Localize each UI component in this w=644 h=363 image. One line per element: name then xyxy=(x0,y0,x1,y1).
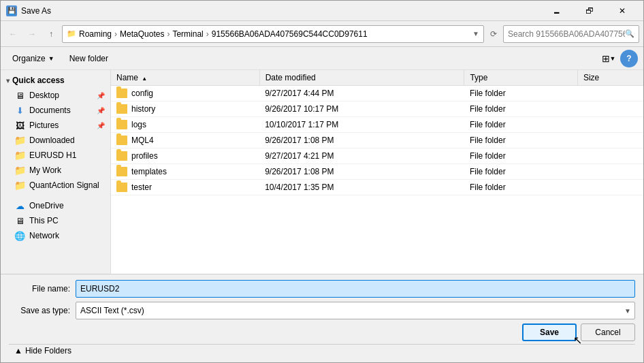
file-size-cell xyxy=(577,86,643,101)
sidebar-item-eurusd[interactable]: 📁 EURUSD H1 xyxy=(1,148,110,163)
close-button[interactable]: ✕ xyxy=(607,1,638,21)
col-name[interactable]: Name ▲ xyxy=(111,70,259,86)
sidebar-item-thispc[interactable]: 🖥 This PC xyxy=(1,213,110,228)
search-input[interactable] xyxy=(508,29,625,39)
sidebar-item-quantaction[interactable]: 📁 QuantAction Signal xyxy=(1,178,110,193)
action-row: Save ↖ Cancel xyxy=(9,323,635,341)
file-name-text: config xyxy=(131,89,153,98)
view-dropdown-icon: ▼ xyxy=(610,55,616,62)
file-name-cell: MQL4 xyxy=(111,133,259,148)
minimize-button[interactable]: 🗕 xyxy=(541,1,573,21)
file-size-cell xyxy=(577,117,643,133)
organize-button[interactable]: Organize ▼ xyxy=(6,50,61,67)
help-icon: ? xyxy=(626,54,631,63)
hide-folders-button[interactable]: ▲ Hide Folders xyxy=(14,346,71,356)
file-date-cell: 9/26/2017 1:08 PM xyxy=(259,133,464,148)
breadcrumb-folder[interactable]: 915566BA06ADA407569C544CC0D97611 xyxy=(212,29,368,39)
save-btn-wrapper: Save ↖ xyxy=(522,323,577,341)
view-button[interactable]: ⊞ ▼ xyxy=(600,50,617,67)
bottom-area: File name: Save as type: ASCII Text (*.c… xyxy=(1,274,643,362)
table-row[interactable]: config 9/27/2017 4:44 PM File folder xyxy=(111,86,643,101)
file-date-cell: 9/27/2017 4:21 PM xyxy=(259,148,464,164)
new-folder-label: New folder xyxy=(69,54,108,63)
file-name-cell: profiles xyxy=(111,148,259,164)
breadcrumb-metaquotes[interactable]: MetaQuotes xyxy=(120,29,164,39)
file-size-cell xyxy=(577,101,643,117)
network-icon: 🌐 xyxy=(14,230,25,241)
toolbar-right: ⊞ ▼ ? xyxy=(600,50,638,67)
filename-label: File name: xyxy=(9,284,70,294)
forward-button[interactable]: → xyxy=(24,26,40,42)
file-type-cell: File folder xyxy=(464,117,577,133)
desktop-icon: 🖥 xyxy=(14,90,25,101)
sidebar-item-desktop-label: Desktop xyxy=(29,91,95,100)
address-icon: 📁 xyxy=(67,29,76,38)
file-date-cell: 9/26/2017 10:17 PM xyxy=(259,101,464,117)
up-button[interactable]: ↑ xyxy=(43,26,59,42)
search-icon: 🔍 xyxy=(625,29,634,38)
savetype-label: Save as type: xyxy=(9,306,70,315)
breadcrumb-terminal[interactable]: Terminal xyxy=(172,29,203,39)
file-name-text: history xyxy=(131,104,155,114)
address-dropdown-icon[interactable]: ▼ xyxy=(472,30,479,37)
file-type-cell: File folder xyxy=(464,86,577,101)
filename-input[interactable] xyxy=(76,280,635,298)
table-row[interactable]: profiles 9/27/2017 4:21 PM File folder xyxy=(111,148,643,164)
table-row[interactable]: logs 10/10/2017 1:17 PM File folder xyxy=(111,117,643,133)
folder-icon-row xyxy=(116,151,127,161)
sidebar-item-network[interactable]: 🌐 Network xyxy=(1,228,110,243)
folder-icon-row xyxy=(116,120,127,129)
address-bar[interactable]: 📁 Roaming › MetaQuotes › Terminal › 9155… xyxy=(62,25,484,43)
file-name-cell: logs xyxy=(111,117,259,133)
file-name-cell: config xyxy=(111,86,259,101)
back-button[interactable]: ← xyxy=(5,26,21,42)
refresh-button[interactable]: ⟳ xyxy=(487,27,500,41)
pin-icon-desktop: 📌 xyxy=(97,92,105,99)
window-icon: 💾 xyxy=(6,5,17,16)
sidebar-quick-access-header[interactable]: ▾ Quick access xyxy=(1,73,110,88)
documents-icon: ⬇ xyxy=(14,105,25,116)
sidebar-item-mywork[interactable]: 📁 My Work xyxy=(1,163,110,178)
sidebar-item-desktop[interactable]: 🖥 Desktop 📌 xyxy=(1,88,110,103)
file-name-cell: history xyxy=(111,101,259,117)
sidebar-item-documents[interactable]: ⬇ Documents 📌 xyxy=(1,103,110,118)
main-content: ▾ Quick access 🖥 Desktop 📌 ⬇ Documents 📌… xyxy=(1,70,643,274)
title-bar: 💾 Save As 🗕 🗗 ✕ xyxy=(1,1,643,21)
sidebar-item-onedrive[interactable]: ☁ OneDrive xyxy=(1,198,110,213)
window-title: Save As xyxy=(21,6,541,16)
pin-icon-pictures: 📌 xyxy=(97,122,105,129)
sidebar-item-pictures[interactable]: 🖼 Pictures 📌 xyxy=(1,118,110,133)
hide-folders-row: ▲ Hide Folders xyxy=(9,344,635,357)
table-row[interactable]: templates 9/26/2017 1:08 PM File folder xyxy=(111,164,643,180)
breadcrumb-roaming[interactable]: Roaming xyxy=(79,29,112,39)
help-button[interactable]: ? xyxy=(620,50,638,67)
toolbar: Organize ▼ New folder ⊞ ▼ ? xyxy=(1,47,643,70)
file-type-cell: File folder xyxy=(464,164,577,180)
cancel-button[interactable]: Cancel xyxy=(581,323,635,341)
sidebar-item-documents-label: Documents xyxy=(29,106,95,115)
sidebar-item-mywork-label: My Work xyxy=(29,165,105,175)
thispc-icon: 🖥 xyxy=(14,215,25,226)
search-bar[interactable]: 🔍 xyxy=(503,25,639,43)
new-folder-button[interactable]: New folder xyxy=(63,50,114,67)
table-row[interactable]: history 9/26/2017 10:17 PM File folder xyxy=(111,101,643,117)
table-row[interactable]: tester 10/4/2017 1:35 PM File folder xyxy=(111,180,643,195)
file-size-cell xyxy=(577,148,643,164)
sidebar: ▾ Quick access 🖥 Desktop 📌 ⬇ Documents 📌… xyxy=(1,70,111,274)
save-as-dialog: 💾 Save As 🗕 🗗 ✕ ← → ↑ 📁 Roaming › MetaQu… xyxy=(0,0,644,363)
file-name-cell: tester xyxy=(111,180,259,195)
file-date-cell: 9/26/2017 1:08 PM xyxy=(259,164,464,180)
table-row[interactable]: MQL4 9/26/2017 1:08 PM File folder xyxy=(111,133,643,148)
savetype-select[interactable]: ASCII Text (*.csv) xyxy=(76,302,635,319)
quick-access-chevron-icon: ▾ xyxy=(6,77,10,84)
maximize-button[interactable]: 🗗 xyxy=(574,1,605,21)
onedrive-icon: ☁ xyxy=(14,200,25,211)
folder-icon-eurusd: 📁 xyxy=(14,150,25,161)
col-date[interactable]: Date modified xyxy=(259,70,464,86)
savetype-row: Save as type: ASCII Text (*.csv) ▼ xyxy=(9,302,635,319)
col-size[interactable]: Size xyxy=(577,70,643,86)
sidebar-item-downloaded[interactable]: 📁 Downloaded xyxy=(1,133,110,148)
file-name-text: MQL4 xyxy=(131,136,154,145)
save-button[interactable]: Save xyxy=(522,323,577,341)
col-type[interactable]: Type xyxy=(464,70,577,86)
